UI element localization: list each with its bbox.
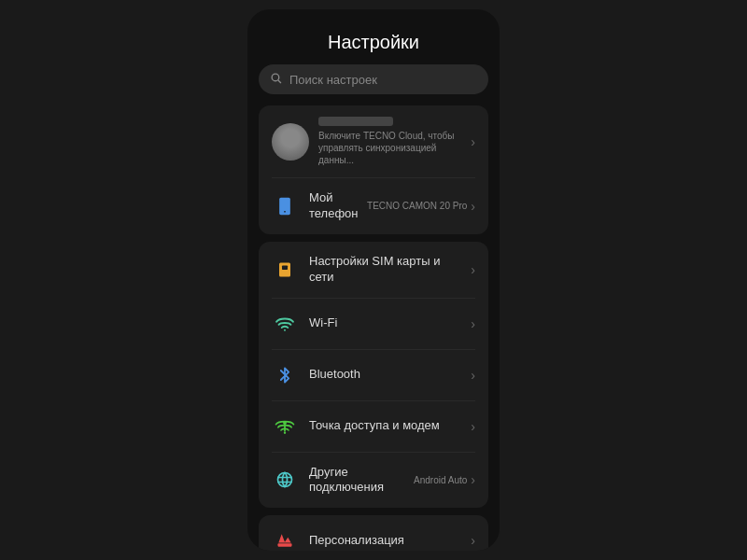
bluetooth-item[interactable]: Bluetooth › [259, 350, 488, 400]
personalization-label: Персонализация [309, 533, 459, 549]
wifi-text: Wi-Fi [309, 315, 459, 331]
bluetooth-icon [272, 362, 298, 388]
other-connections-label: Другие подключения [309, 465, 402, 497]
other-connections-icon [272, 467, 298, 493]
other-connections-item[interactable]: Другие подключения Android Auto › [259, 453, 488, 509]
svg-point-10 [278, 473, 292, 487]
personalization-icon [272, 527, 298, 551]
personalization-item[interactable]: Персонализация › [259, 515, 488, 551]
display-card: Персонализация › [259, 515, 488, 551]
svg-point-0 [272, 74, 279, 81]
my-phone-chevron: › [471, 199, 475, 214]
wifi-label: Wi-Fi [309, 315, 459, 331]
bluetooth-chevron: › [471, 368, 475, 383]
sim-icon [272, 257, 298, 283]
svg-point-3 [284, 211, 286, 213]
profile-text: Включите TECNO Cloud, чтобы управлять си… [318, 117, 461, 166]
my-phone-item[interactable]: Мой телефон TECNO CAMON 20 Pro › [259, 178, 488, 234]
hotspot-label: Точка доступа и модем [309, 418, 459, 434]
profile-section[interactable]: Включите TECNO Cloud, чтобы управлять си… [259, 105, 488, 177]
svg-rect-5 [282, 265, 288, 270]
bluetooth-text: Bluetooth [309, 367, 459, 383]
wifi-item[interactable]: Wi-Fi › [259, 299, 488, 349]
my-phone-badge: TECNO CAMON 20 Pro [367, 201, 467, 211]
sim-item[interactable]: Настройки SIM карты и сети › [259, 242, 488, 298]
other-connections-badge: Android Auto [414, 475, 467, 485]
sim-text: Настройки SIM карты и сети [309, 254, 459, 286]
svg-point-6 [284, 329, 286, 330]
bluetooth-label: Bluetooth [309, 367, 459, 383]
wifi-chevron: › [471, 316, 475, 331]
hotspot-chevron: › [471, 419, 475, 434]
other-connections-chevron: › [471, 472, 475, 487]
my-phone-right: TECNO CAMON 20 Pro › [367, 199, 475, 214]
personalization-chevron: › [471, 533, 475, 548]
hotspot-text: Точка доступа и модем [309, 418, 459, 434]
search-placeholder: Поиск настроек [289, 73, 377, 87]
svg-rect-13 [278, 544, 292, 547]
avatar [272, 123, 309, 161]
profile-chevron: › [471, 134, 475, 149]
other-connections-right: Android Auto › [414, 472, 475, 487]
my-phone-text: Мой телефон [309, 190, 356, 222]
profile-name-blur [318, 117, 393, 126]
svg-point-7 [284, 431, 286, 433]
sim-chevron: › [471, 262, 475, 277]
search-icon [270, 72, 282, 87]
phone-container: Настройки Поиск настроек Включите TECNO … [247, 9, 500, 551]
svg-line-1 [278, 80, 281, 83]
page-title: Настройки [247, 9, 500, 64]
personalization-text: Персонализация [309, 533, 459, 549]
profile-desc: Включите TECNO Cloud, чтобы управлять си… [318, 130, 461, 166]
profile-card: Включите TECNO Cloud, чтобы управлять си… [259, 105, 488, 234]
settings-screen: Настройки Поиск настроек Включите TECNO … [247, 9, 500, 551]
network-card: Настройки SIM карты и сети › Wi-Fi [259, 242, 488, 509]
hotspot-icon [272, 413, 298, 440]
sim-label: Настройки SIM карты и сети [309, 254, 459, 286]
hotspot-item[interactable]: Точка доступа и модем › [259, 401, 488, 452]
other-connections-text: Другие подключения [309, 465, 402, 497]
search-bar[interactable]: Поиск настроек [259, 64, 488, 94]
phone-icon [272, 193, 298, 219]
wifi-icon [272, 311, 298, 337]
my-phone-label: Мой телефон [309, 190, 356, 222]
